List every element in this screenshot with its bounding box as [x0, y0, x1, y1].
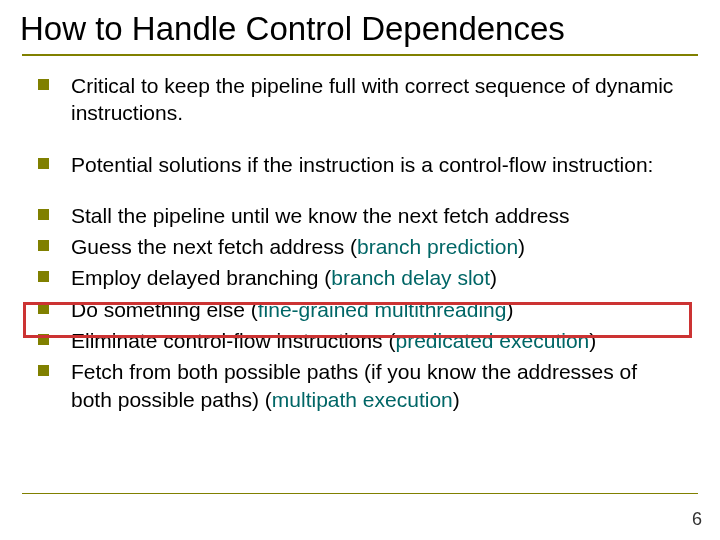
text-pre: Guess the next fetch address ( [71, 235, 357, 258]
keyword: fine-grained multithreading [258, 298, 507, 321]
square-bullet-icon [38, 334, 49, 345]
bullet-text: Potential solutions if the instruction i… [71, 151, 682, 178]
square-bullet-icon [38, 240, 49, 251]
list-item: Potential solutions if the instruction i… [38, 151, 682, 178]
list-item: Critical to keep the pipeline full with … [38, 72, 682, 127]
list-item: Guess the next fetch address (branch pre… [38, 233, 682, 260]
bullet-text: Eliminate control-flow instructions (pre… [71, 327, 682, 354]
square-bullet-icon [38, 271, 49, 282]
text-pre: Do something else ( [71, 298, 258, 321]
square-bullet-icon [38, 209, 49, 220]
slide-title: How to Handle Control Dependences [0, 0, 720, 48]
list-item: Fetch from both possible paths (if you k… [38, 358, 682, 413]
text-post: ) [518, 235, 525, 258]
keyword: predicated execution [395, 329, 589, 352]
text-pre: Employ delayed branching ( [71, 266, 331, 289]
bullet-text: Employ delayed branching (branch delay s… [71, 264, 682, 291]
bullet-text: Stall the pipeline until we know the nex… [71, 202, 682, 229]
square-bullet-icon [38, 303, 49, 314]
slide: How to Handle Control Dependences Critic… [0, 0, 720, 540]
list-item: Do something else (fine-grained multithr… [38, 296, 682, 323]
bullet-text: Do something else (fine-grained multithr… [71, 296, 682, 323]
keyword: branch delay slot [331, 266, 490, 289]
text-pre: Eliminate control-flow instructions ( [71, 329, 395, 352]
text-post: ) [453, 388, 460, 411]
keyword: multipath execution [272, 388, 453, 411]
text-post: ) [506, 298, 513, 321]
list-item: Eliminate control-flow instructions (pre… [38, 327, 682, 354]
keyword: branch prediction [357, 235, 518, 258]
content-area: Critical to keep the pipeline full with … [0, 56, 720, 413]
square-bullet-icon [38, 79, 49, 90]
bullet-text: Fetch from both possible paths (if you k… [71, 358, 682, 413]
page-number: 6 [692, 509, 702, 530]
text-post: ) [490, 266, 497, 289]
list-item: Employ delayed branching (branch delay s… [38, 264, 682, 291]
bullet-text: Guess the next fetch address (branch pre… [71, 233, 682, 260]
text-post: ) [589, 329, 596, 352]
square-bullet-icon [38, 365, 49, 376]
square-bullet-icon [38, 158, 49, 169]
bullet-text: Critical to keep the pipeline full with … [71, 72, 682, 127]
bottom-divider [22, 493, 698, 494]
list-item: Stall the pipeline until we know the nex… [38, 202, 682, 229]
